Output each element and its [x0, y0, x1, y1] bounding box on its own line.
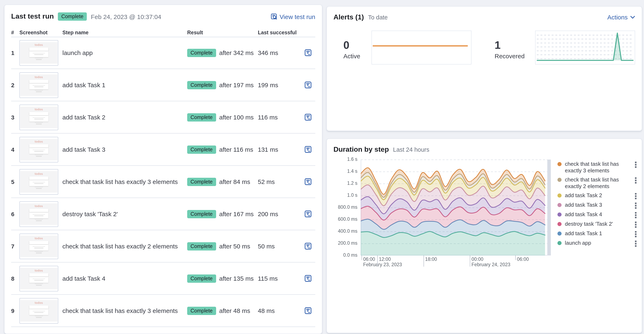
legend-series-label: add task Task 1 — [565, 230, 633, 237]
todo-app-mock: todos — [20, 236, 58, 257]
step-detail-button[interactable] — [303, 144, 313, 154]
legend-series-dot — [558, 241, 562, 245]
recovered-alerts-stat: 1 Recovered — [494, 39, 524, 60]
y-axis-tick-label: 1.4 s — [334, 169, 358, 174]
step-name: add task Task 4 — [62, 274, 187, 283]
legend-series-label: check that task list has exactly 2 eleme… — [565, 176, 633, 190]
step-trace-icon — [304, 243, 311, 250]
step-number: 2 — [11, 82, 20, 88]
step-result-badge: Complete — [187, 81, 216, 89]
step-detail-button[interactable] — [303, 48, 313, 58]
table-row: 3 todos add task Task 2 — [11, 101, 315, 134]
active-alerts-sparkline — [372, 30, 472, 64]
legend-item-menu-icon[interactable] — [635, 222, 637, 228]
legend-series-dot — [558, 194, 562, 198]
table-row: 7 todos check that task list — [11, 230, 315, 262]
step-duration: after 48 ms — [219, 307, 250, 314]
step-screenshot-thumbnail[interactable]: todos — [20, 266, 58, 291]
legend-item[interactable]: add task Task 3 — [558, 202, 637, 209]
legend-series-label: destroy task 'Task 2' — [565, 221, 633, 227]
step-name: add task Task 2 — [62, 113, 187, 122]
todo-app-mock: todos — [20, 268, 58, 289]
alerts-actions-label: Actions — [608, 14, 628, 21]
x-axis-tick-mark — [362, 256, 362, 260]
todo-app-mock: todos — [20, 300, 58, 322]
y-axis-tick-label: 1.6 s — [334, 157, 358, 162]
status-badge: Complete — [58, 12, 87, 21]
step-detail-button[interactable] — [303, 112, 313, 122]
active-alerts-stat: 0 Active — [344, 39, 360, 60]
step-screenshot-thumbnail[interactable]: todos — [20, 298, 58, 324]
view-test-run-link[interactable]: View test run — [270, 13, 315, 20]
step-detail-button[interactable] — [303, 209, 313, 219]
step-duration: after 116 ms — [219, 146, 253, 153]
step-detail-button[interactable] — [303, 241, 313, 251]
legend-item[interactable]: launch app — [558, 240, 637, 247]
legend-series-dot — [558, 222, 562, 226]
legend-series-label: check that task list has exactly 3 eleme… — [565, 161, 633, 174]
step-detail-button[interactable] — [303, 306, 313, 316]
legend-item-menu-icon[interactable] — [635, 162, 637, 168]
col-header-result: Result — [187, 30, 258, 36]
y-axis-tick-label: 1.0 s — [334, 193, 358, 198]
legend-item[interactable]: destroy task 'Task 2' — [558, 221, 637, 228]
legend-item[interactable]: add task Task 4 — [558, 211, 637, 218]
steps-table-body: 1 todos launch app — [11, 37, 315, 327]
step-detail-button[interactable] — [303, 80, 313, 90]
duration-legend: check that task list has exactly 3 eleme… — [558, 161, 637, 249]
step-screenshot-thumbnail[interactable]: todos — [20, 169, 58, 194]
step-name: add task Task 3 — [62, 145, 187, 154]
x-axis-tick-mark — [515, 256, 516, 260]
step-screenshot-thumbnail[interactable]: todos — [20, 40, 58, 66]
step-name: destroy task 'Task 2' — [62, 209, 187, 218]
legend-item-menu-icon[interactable] — [635, 212, 637, 218]
step-name: launch app — [62, 48, 187, 57]
step-last-successful: 115 ms — [258, 275, 300, 282]
y-axis-tick-label: 400.0 ms — [334, 228, 358, 234]
y-axis-tick-label: 800.0 ms — [334, 204, 358, 210]
inspect-icon — [270, 13, 277, 20]
step-screenshot-thumbnail[interactable]: todos — [20, 72, 58, 98]
legend-item[interactable]: add task Task 2 — [558, 192, 637, 199]
step-screenshot-thumbnail[interactable]: todos — [20, 104, 58, 130]
step-result-badge: Complete — [187, 210, 216, 218]
table-row: 1 todos launch app — [11, 37, 315, 69]
y-axis-tick-label: 0.0 ms — [334, 252, 358, 258]
recovered-alerts-sparkline — [535, 30, 635, 64]
x-axis-tick-label: 18:00 — [425, 257, 437, 262]
x-axis-tick-label: 06:00 — [517, 257, 529, 262]
legend-item[interactable]: check that task list has exactly 3 eleme… — [558, 161, 637, 174]
step-trace-icon — [304, 146, 311, 153]
step-detail-button[interactable] — [303, 177, 313, 187]
legend-series-dot — [558, 212, 562, 216]
legend-item-menu-icon[interactable] — [635, 231, 637, 237]
step-screenshot-thumbnail[interactable]: todos — [20, 136, 58, 162]
legend-item-menu-icon[interactable] — [635, 240, 637, 247]
step-duration: after 197 ms — [219, 82, 254, 88]
step-screenshot-thumbnail[interactable]: todos — [20, 201, 58, 227]
col-header-num: # — [11, 30, 20, 36]
duration-header: Duration by step Last 24 hours — [334, 146, 635, 154]
duration-subtitle: Last 24 hours — [393, 146, 429, 153]
legend-series-dot — [558, 178, 562, 182]
alerts-title: Alerts (1) — [334, 13, 364, 22]
legend-item-menu-icon[interactable] — [635, 202, 637, 209]
step-result-badge: Complete — [187, 178, 216, 186]
col-header-step-name: Step name — [62, 30, 187, 36]
steps-table-header: # Screenshot Step name Result Last succe… — [11, 28, 315, 37]
step-number: 1 — [11, 50, 20, 56]
col-header-last-successful: Last successful — [258, 30, 300, 36]
alerts-actions-menu[interactable]: Actions — [608, 14, 635, 21]
step-name: check that task list has exactly 2 eleme… — [62, 242, 187, 251]
col-header-screenshot: Screenshot — [20, 30, 62, 36]
step-last-successful: 52 ms — [258, 178, 300, 185]
legend-series-dot — [558, 232, 562, 236]
legend-item[interactable]: add task Task 1 — [558, 230, 637, 237]
step-name: add task Task 1 — [62, 80, 187, 90]
step-detail-button[interactable] — [303, 274, 313, 283]
step-screenshot-thumbnail[interactable]: todos — [20, 233, 58, 259]
legend-item-menu-icon[interactable] — [635, 193, 637, 199]
recovered-alerts-count: 1 — [494, 39, 524, 51]
legend-item[interactable]: check that task list has exactly 2 eleme… — [558, 176, 637, 190]
legend-item-menu-icon[interactable] — [635, 177, 637, 184]
